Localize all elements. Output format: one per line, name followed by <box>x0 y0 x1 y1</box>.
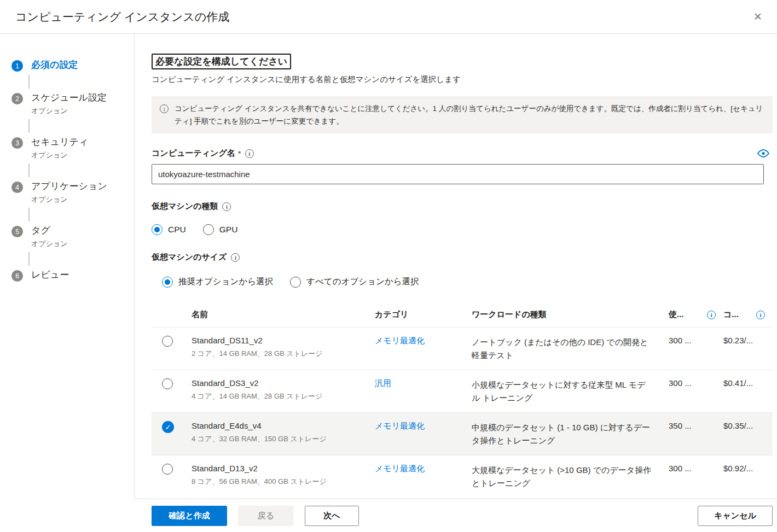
column-header-quota[interactable]: 使... <box>669 309 684 320</box>
radio-icon <box>203 224 214 235</box>
row-radio-icon[interactable] <box>162 336 173 347</box>
step-number-badge: 4 <box>11 182 23 193</box>
info-banner: i コンピューティング インスタンスを共有できないことに注意してください。1 人… <box>152 96 773 133</box>
vm-size-table: 名前 カテゴリ ワークロードの種類 使... i コ... i Standard… <box>152 302 773 499</box>
cancel-button[interactable]: キャンセル <box>698 506 773 526</box>
info-icon[interactable]: i <box>245 149 254 158</box>
column-header-workload[interactable]: ワークロードの種類 <box>472 309 669 320</box>
table-row[interactable]: Standard_D13_v2 8 コア、56 GB RAM、400 GB スト… <box>152 455 773 498</box>
radio-icon <box>162 277 173 288</box>
table-row[interactable]: Standard_DS3_v2 4 コア、14 GB RAM、28 GB ストレ… <box>152 370 773 412</box>
vm-category-link[interactable]: メモリ最適化 <box>375 464 472 474</box>
vm-cost: $0.23/... <box>723 336 773 345</box>
vm-name: Standard_DS3_v2 <box>192 378 375 388</box>
step-review[interactable]: 6 レビュー <box>11 269 134 282</box>
step-required-settings[interactable]: 1 必須の設定 <box>11 59 134 72</box>
vm-spec: 4 コア、32 GB RAM、150 GB ストレージ <box>192 434 375 444</box>
vm-workload: 中規模のデータセット (1 - 10 GB) に対するデータ操作とトレーニング <box>472 421 669 447</box>
vm-name: Standard_D13_v2 <box>192 464 375 473</box>
page-title: 必要な設定を構成してください <box>152 54 291 69</box>
radio-icon <box>152 224 163 235</box>
vm-category-link[interactable]: メモリ最適化 <box>375 421 472 431</box>
vm-name: Standard_E4ds_v4 <box>192 421 375 430</box>
step-number-badge: 3 <box>11 137 23 149</box>
step-connector <box>28 119 30 133</box>
step-tags[interactable]: 5 タグ オプション <box>11 225 134 249</box>
column-header-cost[interactable]: コ... <box>723 309 739 320</box>
info-banner-text: コンピューティング インスタンスを共有できないことに注意してください。1 人の割… <box>175 102 764 127</box>
dialog-title: コンピューティング インスタンスの作成 <box>15 9 229 25</box>
vm-quota: 300 ... <box>669 378 723 388</box>
step-optional-label: オプション <box>31 150 88 160</box>
vm-cost: $0.35/... <box>723 421 773 430</box>
radio-icon <box>290 277 301 288</box>
compute-name-input[interactable] <box>152 164 764 184</box>
vm-category-link[interactable]: 汎用 <box>375 378 472 389</box>
vm-quota: 300 ... <box>669 464 723 473</box>
step-connector <box>28 163 30 177</box>
close-icon[interactable]: ✕ <box>749 8 767 26</box>
eye-icon[interactable] <box>757 149 769 157</box>
row-radio-icon[interactable] <box>162 378 173 389</box>
step-label: スケジュール設定 <box>31 92 107 104</box>
vm-workload: 小規模なデータセットに対する従来型 ML モデル トレーニング <box>472 378 669 405</box>
vm-type-cpu-radio[interactable]: CPU <box>152 224 186 235</box>
step-label: 必須の設定 <box>31 59 78 71</box>
column-header-name[interactable]: 名前 <box>192 309 375 320</box>
table-row[interactable]: Standard_DS11_v2 2 コア、14 GB RAM、28 GB スト… <box>152 327 773 370</box>
step-schedule[interactable]: 2 スケジュール設定 オプション <box>11 92 134 116</box>
step-label: タグ <box>31 225 68 237</box>
vm-size-recommended-radio[interactable]: 推奨オプションから選択 <box>162 276 273 288</box>
step-label: レビュー <box>31 269 69 281</box>
step-connector <box>28 75 30 89</box>
vm-spec: 8 コア、56 GB RAM、400 GB ストレージ <box>192 477 375 487</box>
vm-workload: ノートブック (またはその他の IDE) での開発と軽量テスト <box>472 336 669 362</box>
required-mark: * <box>238 149 241 158</box>
dialog-footer: 確認と作成 戻る 次へ キャンセル <box>135 499 777 532</box>
vm-quota: 300 ... <box>669 336 723 345</box>
row-radio-icon[interactable] <box>162 464 173 475</box>
vm-size-all-options-radio[interactable]: すべてのオプションから選択 <box>290 276 419 288</box>
table-header-row: 名前 カテゴリ ワークロードの種類 使... i コ... i <box>152 302 773 327</box>
step-optional-label: オプション <box>31 106 107 116</box>
selected-check-icon[interactable]: ✓ <box>162 421 174 433</box>
step-applications[interactable]: 4 アプリケーション オプション <box>11 180 134 204</box>
step-number-badge: 1 <box>11 60 23 72</box>
info-icon[interactable]: i <box>231 253 240 262</box>
step-label: アプリケーション <box>31 180 107 192</box>
page-subtitle: コンピューティング インスタンスに使用する名前と仮想マシンのサイズを選択します <box>152 74 773 85</box>
next-button[interactable]: 次へ <box>305 506 359 526</box>
step-number-badge: 5 <box>11 226 23 237</box>
radio-label: GPU <box>219 225 238 235</box>
dialog-header: コンピューティング インスタンスの作成 ✕ <box>0 0 777 34</box>
info-icon[interactable]: i <box>707 311 716 319</box>
create-button[interactable]: 確認と作成 <box>152 506 227 526</box>
back-button[interactable]: 戻る <box>238 506 294 526</box>
info-icon[interactable]: i <box>222 202 231 211</box>
step-label: セキュリティ <box>31 136 88 148</box>
table-row-selected[interactable]: ✓ Standard_E4ds_v4 4 コア、32 GB RAM、150 GB… <box>152 412 773 455</box>
vm-name: Standard_DS11_v2 <box>192 336 375 345</box>
vm-type-gpu-radio[interactable]: GPU <box>203 224 238 235</box>
vm-cost: $0.92/... <box>723 464 773 473</box>
step-connector <box>28 208 30 221</box>
info-icon[interactable]: i <box>756 311 765 319</box>
column-header-category[interactable]: カテゴリ <box>375 309 472 320</box>
vm-size-label: 仮想マシンのサイズ <box>152 252 227 262</box>
radio-label: 推奨オプションから選択 <box>178 276 273 288</box>
vm-workload: 大規模なデータセット (>10 GB) でのデータ操作とトレーニング <box>472 464 669 490</box>
step-optional-label: オプション <box>31 195 107 204</box>
step-security[interactable]: 3 セキュリティ オプション <box>11 136 134 160</box>
vm-category-link[interactable]: メモリ最適化 <box>375 336 472 346</box>
step-number-badge: 6 <box>11 270 23 282</box>
vm-spec: 4 コア、14 GB RAM、28 GB ストレージ <box>192 391 375 401</box>
step-number-badge: 2 <box>11 93 23 104</box>
vm-type-label: 仮想マシンの種類 <box>152 201 218 212</box>
radio-label: CPU <box>168 225 186 235</box>
vm-cost: $0.41/... <box>723 378 773 388</box>
main-panel: 必要な設定を構成してください コンピューティング インスタンスに使用する名前と仮… <box>135 34 777 499</box>
radio-label: すべてのオプションから選択 <box>306 276 419 288</box>
compute-name-label: コンピューティング名 <box>152 148 235 159</box>
step-optional-label: オプション <box>31 239 68 249</box>
vm-quota: 350 ... <box>669 421 723 430</box>
